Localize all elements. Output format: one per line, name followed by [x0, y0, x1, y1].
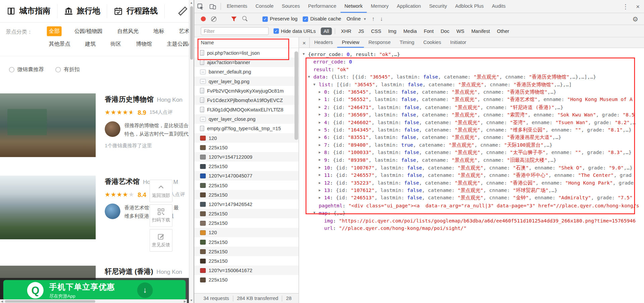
collapsed-arrow-icon[interactable]: ▶	[319, 126, 321, 134]
expanded-arrow-icon[interactable]: ▼	[303, 51, 305, 58]
json-tree-line[interactable]: ▶3: {id: "36569", lastmin: false, catena…	[299, 111, 644, 119]
float-button-scan-download[interactable]: 扫码下载	[150, 204, 173, 227]
request-row[interactable]: banner_default.png	[194, 67, 299, 77]
expanded-arrow-icon[interactable]: ▼	[308, 73, 310, 81]
expanded-arrow-icon[interactable]: ▼	[313, 209, 315, 217]
json-tree-line[interactable]: ▶5: {id: "164345", lastmin: false, caten…	[299, 126, 644, 134]
request-row[interactable]: 225x150	[194, 181, 299, 190]
request-row[interactable]: 120?v=1500641672	[194, 266, 299, 275]
collapsed-arrow-icon[interactable]: ▶	[319, 88, 321, 96]
inspect-icon[interactable]	[194, 0, 207, 13]
collapsed-arrow-icon[interactable]: ▶	[319, 149, 321, 157]
request-row[interactable]: 225x150	[194, 143, 299, 152]
disable-cache-checkbox[interactable]: ✓ Disable cache	[303, 16, 341, 22]
device-toolbar-icon[interactable]	[207, 0, 219, 13]
scroll-up-icon[interactable]: ▲	[189, 1, 193, 4]
app-banner-card[interactable]: Q 手机下单立享优惠 尽在穷游App ↓	[3, 280, 186, 300]
request-row[interactable]: Fv1CdezXPjlbomqfxrA19fOyEVCZ	[194, 95, 299, 105]
collapsed-arrow-icon[interactable]: ▶	[319, 119, 321, 127]
request-row[interactable]: 225x150	[194, 218, 299, 228]
request-row[interactable]: empty.gif?log_type=cli&_tmp_=15	[194, 124, 299, 133]
request-row[interactable]: ajax?action=banner	[194, 58, 299, 67]
request-row[interactable]: poi.php?action=list_json	[194, 48, 299, 57]
filter-pill-doc[interactable]: Doc	[438, 27, 452, 35]
poi-card[interactable]: 香港历史博物馆Hong Kon★★★★★★8.9154人点评很推荐的博物馆，是比…	[0, 93, 189, 172]
json-tree-line[interactable]: ▶4: {id: "246602", lastmin: false, caten…	[299, 119, 644, 127]
detail-tab-cookies[interactable]: Cookies	[419, 38, 446, 48]
json-tree-line[interactable]: ▶12: {id: "35223", lastmin: false, caten…	[299, 179, 644, 187]
filter-pill-other[interactable]: Other	[494, 27, 512, 35]
json-tree-line[interactable]: ▶6: {id: "83551", lastmin: false, catena…	[299, 134, 644, 142]
poi-photo[interactable]	[0, 175, 96, 239]
collapsed-arrow-icon[interactable]: ▶	[319, 187, 321, 194]
collapsed-arrow-icon[interactable]: ▶	[319, 164, 321, 172]
category-option[interactable]: 其他景点	[47, 39, 72, 49]
detail-tab-preview[interactable]: Preview	[337, 38, 364, 48]
request-scrollbar-thumb[interactable]	[294, 51, 298, 140]
devtools-tab-application[interactable]: Application	[393, 0, 425, 13]
category-option[interactable]: 公园/植物园	[72, 26, 105, 36]
detail-tab-initiator[interactable]: Initiator	[446, 38, 471, 48]
export-har-icon[interactable]: ↓	[380, 16, 383, 22]
collapsed-arrow-icon[interactable]: ▶	[319, 111, 321, 119]
request-row[interactable]: 120?v=1479426542	[194, 199, 299, 209]
filter-pill-manifest[interactable]: Manifest	[469, 27, 493, 35]
json-tree-line[interactable]: ▼data: {list: [{id: "36545", lastmin: fa…	[299, 73, 644, 81]
close-detail-icon[interactable]: ×	[299, 38, 310, 48]
request-row[interactable]: 225x150	[194, 256, 299, 265]
filter-pill-media[interactable]: Media	[400, 27, 420, 35]
search-icon[interactable]	[242, 16, 248, 22]
devtools-tab-network[interactable]: Network	[340, 0, 367, 13]
request-list-header[interactable]: Name	[194, 38, 299, 48]
throttling-select[interactable]: Online ▼	[346, 16, 367, 22]
poi-photo[interactable]	[0, 93, 96, 157]
collapsed-arrow-icon[interactable]: ▶	[319, 141, 321, 149]
vertical-scrollbar-thumb[interactable]	[190, 6, 193, 59]
json-tree-line[interactable]: ▶1: {id: "56552", lastmin: false, catena…	[299, 96, 644, 104]
filter-icon[interactable]	[231, 16, 237, 21]
float-button-back-to-top[interactable]: 返回顶部	[150, 180, 173, 202]
devtools-tab-elements[interactable]: Elements	[223, 0, 252, 13]
collapsed-arrow-icon[interactable]: ▶	[319, 171, 321, 179]
filter-pill-js[interactable]: JS	[356, 27, 367, 35]
json-tree-line[interactable]: ▶13: {id: "107612", lastmin: false, cate…	[299, 187, 644, 194]
request-list-scrollbar[interactable]	[294, 50, 298, 291]
collapsed-arrow-icon[interactable]: ▶	[319, 134, 321, 142]
filter-input[interactable]	[201, 27, 269, 35]
json-tree-line[interactable]: ▶10: {id: "100767", lastmin: false, cate…	[299, 164, 644, 172]
request-row[interactable]: 225x150	[194, 209, 299, 218]
category-option[interactable]: 主题公园/游乐	[165, 39, 189, 49]
json-tree-line[interactable]: ▶9: {id: "89398", lastmin: false, catena…	[299, 156, 644, 164]
preserve-log-checkbox[interactable]: ✓ Preserve log	[262, 16, 298, 22]
expanded-arrow-icon[interactable]: ▼	[313, 81, 315, 89]
collapsed-arrow-icon[interactable]: ▶	[319, 156, 321, 164]
json-tree-line[interactable]: ▶2: {id: "246471", lastmin: false, caten…	[299, 103, 644, 111]
clear-icon[interactable]	[211, 16, 216, 21]
reviewer-avatar[interactable]	[105, 121, 120, 137]
float-button-feedback[interactable]: 意见反馈	[150, 229, 173, 251]
request-row[interactable]: FvPb2VQcmNkyoKyXwyjugOc81m	[194, 86, 299, 95]
scroll-down-icon[interactable]: ▼	[189, 299, 193, 302]
filter-radio[interactable]: 有折扣	[55, 66, 79, 73]
site-nav-destinations[interactable]: 旅行地	[57, 4, 107, 18]
filter-pill-all[interactable]: All	[321, 27, 332, 35]
category-option[interactable]: 街区	[108, 39, 123, 49]
page-vertical-scrollbar[interactable]: ▲ ▼	[189, 0, 194, 303]
filter-pill-font[interactable]: Font	[421, 27, 437, 35]
category-option[interactable]: 建筑	[83, 39, 98, 49]
collapsed-arrow-icon[interactable]: ▶	[319, 194, 321, 202]
filter-pill-img[interactable]: Img	[385, 27, 399, 35]
devtools-tab-sources[interactable]: Sources	[278, 0, 304, 13]
json-tree-line[interactable]: ▶0: {id: "36545", lastmin: false, catena…	[299, 88, 644, 96]
category-option[interactable]: 博物馆	[134, 39, 154, 49]
hide-data-urls-checkbox[interactable]: ✓ Hide data URLs	[274, 28, 316, 34]
request-row[interactable]: FtJi0g1dQdMOQoKwtaxELlYLTfZ8	[194, 105, 299, 114]
request-row[interactable]: 225x150	[194, 275, 299, 285]
collapsed-arrow-icon[interactable]: ▶	[319, 96, 321, 104]
site-nav-itineraries[interactable]: 行程路线	[107, 4, 165, 18]
category-option[interactable]: 自然风光	[115, 26, 141, 36]
json-tree-line[interactable]: ▼list: [{id: "36545", lastmin: false, ca…	[299, 81, 644, 89]
filter-radio[interactable]: 微锦囊推荐	[9, 66, 44, 73]
request-row[interactable]: 225x150	[194, 162, 299, 171]
import-har-icon[interactable]: ↑	[372, 16, 375, 22]
